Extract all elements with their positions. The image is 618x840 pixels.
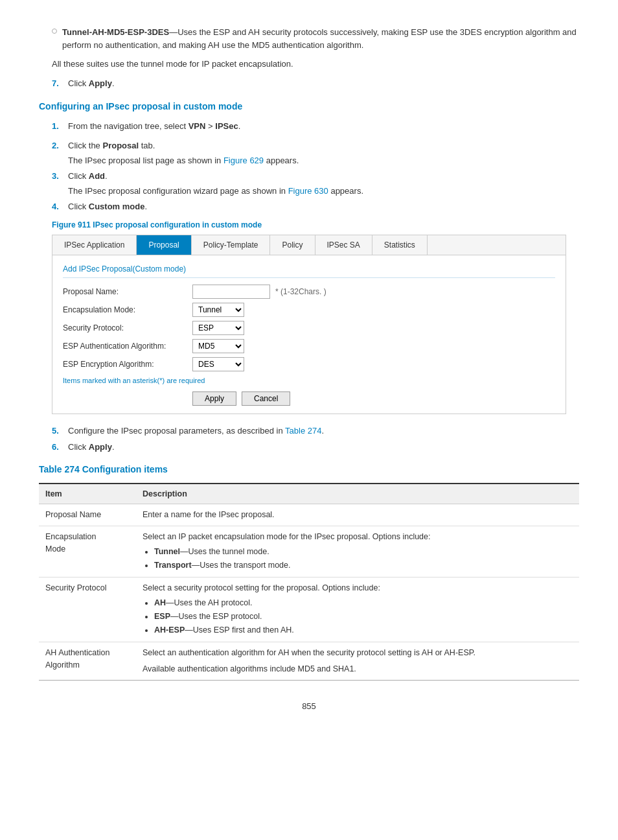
sec-option-esp: ESP—Uses the ESP protocol. [154,611,573,623]
col-header-item: Item [39,484,136,504]
security-protocol-label: Security Protocol: [63,322,192,334]
step-7-num: 7. [52,77,68,90]
step-2: 2. Click the Proposal tab. The IPsec pro… [52,139,579,167]
table-heading: Table 274 Configuration items [39,463,579,476]
step-6-content: Click Apply. [68,441,579,454]
figure-629-link[interactable]: Figure 629 [223,156,264,165]
step-6-apply: Apply [89,442,112,452]
figure-630-link[interactable]: Figure 630 [288,186,328,196]
step-2-num: 2. [52,139,68,152]
step-4-num: 4. [52,200,68,213]
all-suites-note: All these suites use the tunnel mode for… [52,58,579,71]
encap-option-tunnel: Tunnel—Uses the tunnel mode. [154,546,573,558]
figure-caption: Figure 911 IPsec proposal configuration … [52,219,579,231]
page-number: 855 [39,700,579,713]
step-5: 5. Configure the IPsec proposal paramete… [52,425,579,438]
step-3-num: 3. [52,170,68,183]
step-3-content: Click Add. The IPsec proposal configurat… [68,170,579,198]
step-4-custom: Custom mode [89,202,145,211]
config-table: Item Description Proposal Name Enter a n… [39,483,579,681]
step-7: 7. Click Apply. [52,77,579,90]
table-row-encapsulation: Encapsulation Mode Select an IP packet e… [39,526,579,578]
form-row-esp-auth: ESP Authentication Algorithm: MD5 SHA1 [63,339,555,353]
desc-encapsulation: Select an IP packet encapsulation mode f… [136,526,579,578]
encap-option-transport: Transport—Uses the transport mode. [154,559,573,572]
step-4-content: Click Custom mode. [68,200,579,213]
desc-proposal-name: Enter a name for the IPsec proposal. [136,504,579,526]
form-row-security-protocol: Security Protocol: ESP AH AH-ESP [63,321,555,335]
tab-bar: IPSec Application Proposal Policy-Templa… [52,235,566,255]
cancel-button[interactable]: Cancel [242,391,290,406]
step-3-sub: The IPsec proposal configuration wizard … [68,185,579,198]
step-1-ipsec: IPSec [215,121,238,131]
step-2-content: Click the Proposal tab. The IPsec propos… [68,139,579,167]
step-2-proposal: Proposal [102,141,139,150]
col-header-desc: Description [136,484,579,504]
item-ah-auth: AH Authentication Algorithm [39,642,136,681]
step-6-num: 6. [52,441,68,454]
sec-option-ah-esp: AH-ESP—Uses ESP first and then AH. [154,624,573,636]
step-6: 6. Click Apply. [52,441,579,454]
table-row-proposal-name: Proposal Name Enter a name for the IPsec… [39,504,579,526]
step-7-bold: Apply [89,78,112,88]
table-row-ah-auth: AH Authentication Algorithm Select an au… [39,642,579,681]
desc-security-protocol: Select a security protocol setting for t… [136,578,579,642]
desc-ah-auth: Select an authentication algorithm for A… [136,642,579,681]
table-274-link[interactable]: Table 274 [285,426,321,436]
step-4: 4. Click Custom mode. [52,200,579,213]
form-row-encapsulation: Encapsulation Mode: Tunnel Transport [63,303,555,317]
security-protocol-select[interactable]: ESP AH AH-ESP [192,321,244,335]
form-title: Add IPSec Proposal(Custom mode) [63,263,555,278]
proposal-name-hint: * (1-32Chars. ) [275,286,326,298]
form-buttons: Apply Cancel [63,391,555,406]
step-7-content: Click Apply. [68,77,579,90]
tab-proposal[interactable]: Proposal [137,235,191,255]
tab-policy[interactable]: Policy [270,235,315,255]
esp-auth-label: ESP Authentication Algorithm: [63,340,192,352]
form-row-esp-enc: ESP Encryption Algorithm: DES 3DES AES [63,357,555,371]
step-1: 1. From the navigation tree, select VPN … [52,120,579,133]
form-row-proposal-name: Proposal Name: * (1-32Chars. ) [63,285,555,299]
item-security-protocol: Security Protocol [39,578,136,642]
tab-ipsec-application[interactable]: IPSec Application [52,235,137,255]
step-3-add: Add [89,171,105,181]
step-1-content: From the navigation tree, select VPN > I… [68,120,579,133]
step-2-sub: The IPsec proposal list page as shown in… [68,154,579,167]
esp-enc-label: ESP Encryption Algorithm: [63,358,192,370]
bullet-label: Tunnel-AH-MD5-ESP-3DES [62,27,169,37]
table-row-security-protocol: Security Protocol Select a security prot… [39,578,579,642]
tab-statistics[interactable]: Statistics [372,235,428,255]
bullet-text: Tunnel-AH-MD5-ESP-3DES—Uses the ESP and … [62,26,579,51]
esp-enc-select[interactable]: DES 3DES AES [192,357,244,371]
step-5-num: 5. [52,425,68,438]
bullet-item-tunnel-ah-md5: Tunnel-AH-MD5-ESP-3DES—Uses the ESP and … [39,26,579,51]
tab-policy-template[interactable]: Policy-Template [192,235,271,255]
step-1-vpn: VPN [189,121,206,131]
section-heading: Configuring an IPsec proposal in custom … [39,100,579,113]
ah-auth-available: Available authentication algorithms incl… [143,663,573,675]
encapsulation-mode-select[interactable]: Tunnel Transport [192,303,244,317]
step-1-num: 1. [52,120,68,133]
proposal-name-input[interactable] [192,285,270,299]
figure-box: IPSec Application Proposal Policy-Templa… [52,235,566,414]
sec-option-ah: AH—Uses the AH protocol. [154,597,573,609]
encapsulation-mode-label: Encapsulation Mode: [63,304,192,316]
proposal-name-label: Proposal Name: [63,286,192,298]
item-encapsulation: Encapsulation Mode [39,526,136,578]
form-note: Items marked with an asterisk(*) are req… [63,375,555,386]
item-proposal-name: Proposal Name [39,504,136,526]
apply-button[interactable]: Apply [192,391,236,406]
form-section: Add IPSec Proposal(Custom mode) Proposal… [52,255,566,414]
step-5-content: Configure the IPsec proposal parameters,… [68,425,579,438]
esp-auth-select[interactable]: MD5 SHA1 [192,339,244,353]
tab-ipsec-sa[interactable]: IPSec SA [315,235,372,255]
circle-bullet-icon [52,29,57,34]
step-3: 3. Click Add. The IPsec proposal configu… [52,170,579,198]
